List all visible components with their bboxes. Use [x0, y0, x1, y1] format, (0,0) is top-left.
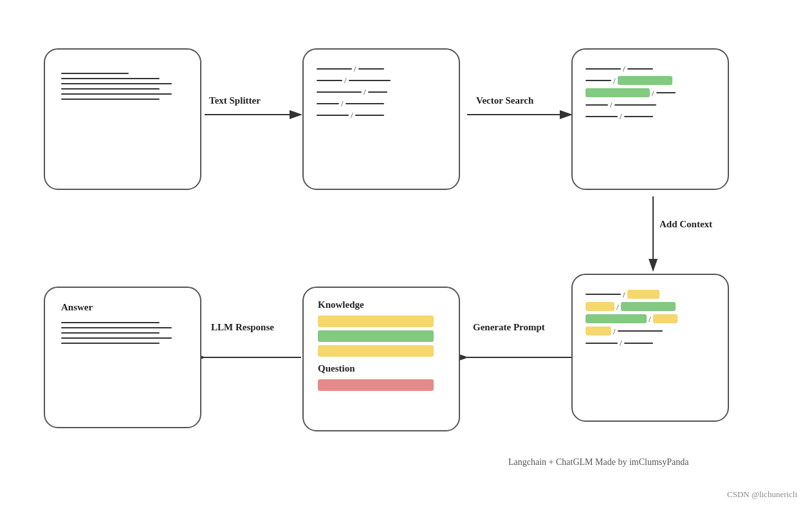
search-results-box: / / / / / — [571, 48, 729, 190]
know-bar-2 — [318, 330, 434, 342]
ans-line-1 — [61, 322, 160, 323]
ans-line-3 — [61, 332, 160, 334]
knowledge-label: Knowledge — [318, 299, 445, 310]
context-box: / / / / / — [571, 274, 729, 422]
chunks-box: / / / / / — [302, 48, 460, 190]
chunk-5: / — [317, 111, 446, 119]
search-row-2: / — [586, 76, 715, 85]
search-row-3: / — [586, 88, 715, 97]
question-bar — [318, 379, 434, 391]
llm-response-label: LLM Response — [211, 322, 274, 333]
doc-line-5 — [61, 93, 172, 95]
chunk-3: / — [317, 88, 446, 96]
answer-label: Answer — [61, 302, 184, 313]
ctx-row-2: / — [586, 302, 715, 311]
doc-line-6 — [61, 99, 160, 100]
footer-brand: CSDN @lichunericli — [727, 489, 797, 500]
doc-line-4 — [61, 88, 160, 90]
chunk-1: / — [317, 64, 446, 73]
generate-prompt-label: Generate Prompt — [473, 322, 545, 333]
ctx-row-5: / — [586, 339, 715, 347]
doc-line-1 — [61, 73, 129, 74]
doc-line-2 — [61, 78, 160, 79]
document-box — [44, 48, 201, 190]
vector-search-label: Vector Search — [476, 95, 533, 106]
diagram: Text Splitter / / / / / Vecto — [0, 0, 812, 510]
question-label: Question — [318, 363, 445, 374]
ctx-row-3: / — [586, 314, 715, 323]
answer-box: Answer — [44, 287, 201, 428]
footer-main: Langchain + ChatGLM Made by imClumsyPand… — [508, 457, 688, 468]
ans-line-5 — [61, 343, 160, 344]
search-row-1: / — [586, 64, 715, 73]
knowledge-box: Knowledge Question — [302, 287, 460, 431]
know-bar-3 — [318, 345, 434, 357]
search-row-5: / — [586, 112, 715, 120]
search-row-4: / — [586, 100, 715, 109]
doc-line-3 — [61, 83, 172, 84]
ans-line-4 — [61, 337, 172, 339]
know-bar-1 — [318, 316, 434, 327]
ctx-row-4: / — [586, 326, 715, 335]
chunk-4: / — [317, 99, 446, 108]
add-context-label: Add Context — [660, 219, 712, 230]
ans-line-2 — [61, 327, 172, 328]
text-splitter-label: Text Splitter — [209, 95, 261, 106]
chunk-2: / — [317, 76, 446, 84]
ctx-row-1: / — [586, 290, 715, 299]
